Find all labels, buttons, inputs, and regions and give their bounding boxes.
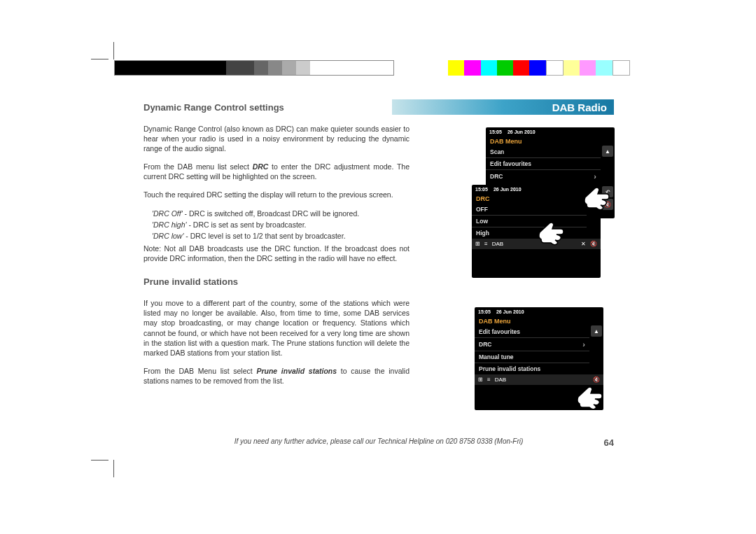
crop-mark — [113, 460, 114, 477]
menu-row-edit-favourites[interactable]: Edit favourites — [486, 158, 601, 170]
menu-row-scan[interactable]: Scan — [486, 146, 601, 158]
paragraph: From the DAB menu list select DRC to ent… — [144, 162, 410, 181]
chevron-right-icon — [582, 340, 585, 349]
pointing-hand-icon — [534, 215, 569, 250]
crop-mark — [91, 460, 108, 461]
home-icon[interactable]: ⊞ — [475, 241, 480, 247]
pointing-hand-icon — [573, 379, 608, 414]
close-icon[interactable]: ✕ — [581, 241, 586, 247]
screen-statusbar: 15:05 26 Jun 2010 — [486, 127, 615, 136]
menu-row-prune-invalid[interactable]: Prune invalid stations — [475, 363, 589, 374]
drc-option-high[interactable]: High — [472, 227, 587, 239]
list-item: 'DRC high' - DRC is set as sent by broad… — [152, 220, 410, 230]
screen-date: 26 Jun 2010 — [507, 129, 536, 134]
drc-option-low[interactable]: Low — [472, 216, 587, 227]
grayscale-calibration-bar — [114, 60, 394, 76]
scroll-up-button[interactable]: ▲ — [591, 325, 602, 337]
footer-mode-label: DAB — [492, 241, 503, 247]
pointing-hand-icon — [580, 180, 615, 215]
paragraph: From the DAB Menu list select Prune inva… — [144, 366, 410, 386]
screen-time: 15:05 — [489, 129, 502, 134]
drc-option-off[interactable]: OFF — [472, 204, 587, 216]
section-heading-drc: Dynamic Range Control settings — [144, 101, 410, 114]
paragraph: Touch the required DRC setting the displ… — [144, 190, 410, 199]
menu-row-drc[interactable]: DRC — [475, 338, 589, 351]
page-number: 64 — [604, 437, 614, 448]
screen-date: 26 Jun 2010 — [493, 187, 522, 192]
paragraph: Dynamic Range Control (also known as DRC… — [144, 124, 410, 154]
menu-icon[interactable]: ≡ — [484, 241, 488, 247]
mute-icon[interactable]: 🔇 — [590, 241, 597, 247]
scroll-up-button[interactable]: ▲ — [602, 146, 613, 157]
screenshots-group: 15:05 26 Jun 2010 DAB Menu Scan Edit fav… — [475, 127, 622, 414]
screen-time: 15:05 — [478, 309, 491, 314]
crop-mark — [91, 59, 108, 59]
screen-statusbar: 15:05 26 Jun 2010 — [475, 307, 603, 316]
paragraph: If you move to a different part of the c… — [144, 298, 410, 358]
screen-menu-title: DAB Menu — [486, 136, 615, 146]
screen-date: 26 Jun 2010 — [496, 309, 524, 314]
page-header-bar: DAB Radio — [392, 99, 614, 115]
screen-menu-title: DAB Menu — [475, 316, 603, 326]
menu-icon[interactable]: ≡ — [487, 377, 491, 383]
page-header-title: DAB Radio — [552, 101, 607, 113]
home-icon[interactable]: ⊞ — [478, 377, 483, 383]
crop-mark — [113, 42, 114, 59]
body-text-column: Dynamic Range Control settings Dynamic R… — [144, 101, 410, 394]
paragraph: Note: Not all DAB broadcasts use the DRC… — [144, 244, 410, 263]
list-item: 'DRC low' - DRC level is set to 1/2 that… — [152, 231, 410, 241]
helpline-footer: If you need any further advice, please c… — [144, 437, 614, 445]
list-item: 'DRC Off' - DRC is switched off, Broadca… — [152, 209, 410, 218]
menu-row-edit-favourites[interactable]: Edit favourites — [475, 326, 589, 338]
footer-mode-label: DAB — [495, 377, 506, 383]
color-calibration-bar — [448, 60, 630, 76]
manual-page: DAB Radio Dynamic Range Control settings… — [0, 0, 756, 534]
section-heading-prune: Prune invalid stations — [144, 276, 410, 288]
menu-row-manual-tune[interactable]: Manual tune — [475, 351, 589, 363]
screen-time: 15:05 — [475, 187, 488, 192]
